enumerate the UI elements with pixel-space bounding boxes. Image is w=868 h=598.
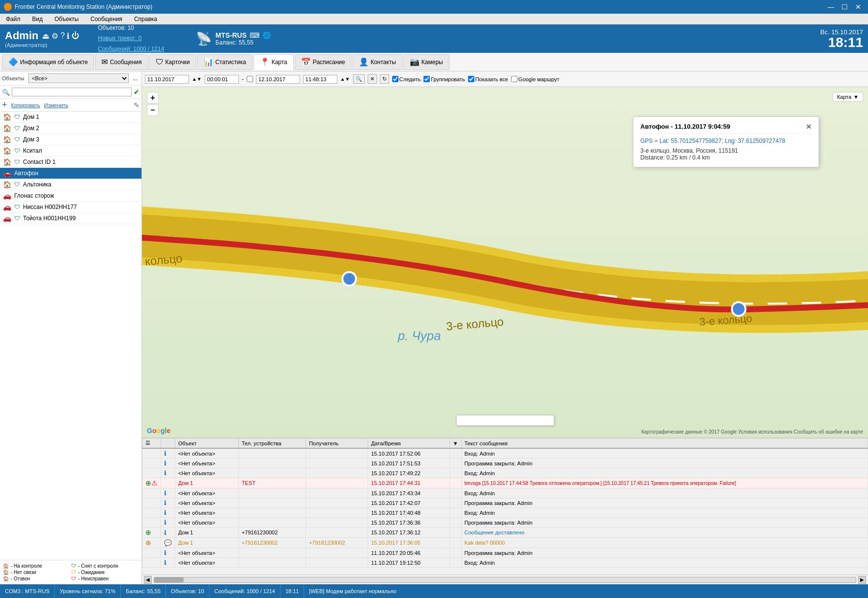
- map-type-selector[interactable]: Карта ▼: [833, 92, 863, 102]
- help-icon[interactable]: ?: [60, 31, 65, 41]
- th-text[interactable]: Текст сообщения: [461, 438, 868, 449]
- zoom-in-button[interactable]: +: [147, 92, 159, 104]
- msg-datetime: 15.10.2017 17:51:53: [368, 459, 450, 468]
- menu-help[interactable]: Справка: [131, 15, 160, 23]
- tab-stats[interactable]: 📊 Статистика: [197, 54, 253, 70]
- end-date-input[interactable]: [256, 75, 300, 84]
- tab-info-icon: 🔷: [8, 57, 18, 67]
- follow-checkbox-label[interactable]: Следить: [392, 76, 421, 82]
- map-refresh-button[interactable]: ↻: [380, 74, 389, 84]
- google-route-checkbox-label[interactable]: Google маршрут: [511, 76, 560, 82]
- show-all-checkbox[interactable]: [468, 76, 474, 82]
- copy-button[interactable]: Копировать: [11, 102, 40, 108]
- table-row[interactable]: ℹ <Нет объекта> 15.10.2017 17:52:06 Вход…: [142, 448, 868, 459]
- object-item[interactable]: 🏠 🛡 Альтоника: [0, 179, 141, 190]
- table-row-alarm[interactable]: ⊕⚠ Дом 1 TEST 15.10.2017 17:44:31 trevog…: [142, 478, 868, 488]
- group-checkbox[interactable]: [423, 76, 430, 82]
- start-time-input[interactable]: [205, 75, 239, 84]
- map-popup-close-button[interactable]: ✕: [806, 123, 812, 131]
- map-locate-button[interactable]: 🔍: [353, 74, 365, 84]
- object-item[interactable]: 🏠 🛡 Contact ID 1: [0, 157, 141, 168]
- obj-shield-icon: 🛡: [14, 204, 20, 210]
- th-sort-icon[interactable]: ▼: [449, 438, 461, 449]
- map-popup-title: Автофон - 11.10.2017 9:04:59 ✕: [640, 123, 812, 134]
- alarm-warning-icon: ⚠: [151, 479, 158, 487]
- table-row[interactable]: ℹ <Нет объекта> 15.10.2017 17:42:07 Прог…: [142, 498, 868, 508]
- object-item[interactable]: 🚗 🛡 Тойота Н001НН199: [0, 213, 141, 224]
- scroll-track[interactable]: [154, 577, 856, 583]
- th-settings[interactable]: ☰: [142, 438, 161, 449]
- zoom-out-button[interactable]: −: [147, 104, 159, 116]
- th-object[interactable]: Объект: [175, 438, 239, 449]
- stat-messages[interactable]: Сообщений: 1000 / 1214: [98, 46, 164, 52]
- table-row[interactable]: ℹ <Нет объекта> 15.10.2017 17:43:34 Вход…: [142, 488, 868, 498]
- svg-text:р. Чура: р. Чура: [398, 329, 441, 343]
- table-row[interactable]: ℹ <Нет объекта> 15.10.2017 17:40:48 Вход…: [142, 508, 868, 518]
- th-type[interactable]: [161, 438, 175, 449]
- map-area[interactable]: р. Чура 3-е кольцо 3-е кольцо 3-е кольцо…: [142, 87, 868, 437]
- search-confirm-icon[interactable]: ✔: [134, 88, 140, 96]
- end-time-input[interactable]: [303, 75, 337, 84]
- object-item[interactable]: 🏠 🛡 Кситал: [0, 145, 141, 157]
- filter-dots-button[interactable]: ...: [131, 74, 140, 83]
- add-object-button[interactable]: +: [2, 100, 7, 110]
- menu-file[interactable]: Файл: [3, 15, 23, 23]
- google-route-checkbox[interactable]: [511, 76, 517, 82]
- msg-icon-info: ℹ: [164, 559, 166, 566]
- menu-objects[interactable]: Объекты: [51, 15, 82, 23]
- stat-new-alarms[interactable]: Новых тревог: 0: [98, 35, 141, 42]
- th-datetime[interactable]: Дата/Время: [368, 438, 450, 449]
- close-button[interactable]: ✕: [852, 2, 864, 11]
- tab-map[interactable]: 📍 Карта: [254, 54, 294, 70]
- map-search-input[interactable]: [456, 415, 554, 426]
- map-track-button[interactable]: ✕: [368, 74, 377, 84]
- minimize-button[interactable]: —: [825, 2, 837, 11]
- tab-map-label: Карта: [272, 59, 287, 66]
- menu-messages[interactable]: Сообщения: [88, 15, 125, 23]
- show-all-checkbox-label[interactable]: Показать все: [468, 76, 508, 82]
- tab-cameras[interactable]: 📷 Камеры: [403, 54, 449, 70]
- maximize-button[interactable]: ☐: [839, 2, 850, 11]
- tab-contacts[interactable]: 👤 Контакты: [352, 54, 402, 70]
- power-icon[interactable]: ⏻: [71, 31, 79, 41]
- scroll-thumb[interactable]: [154, 577, 184, 582]
- table-row[interactable]: ℹ <Нет объекта> 11.10.2017 20:05:46 Прог…: [142, 548, 868, 558]
- object-item[interactable]: 🚗 Глонас сторож: [0, 190, 141, 202]
- tab-schedule-icon: 📅: [301, 57, 311, 67]
- modem-section: 📡 MTS-RUS ⌨ 🌐 Баланс: 55,55: [196, 31, 294, 46]
- search-input[interactable]: [12, 88, 132, 96]
- menu-view[interactable]: Вид: [29, 15, 46, 23]
- table-row[interactable]: ℹ <Нет объекта> 15.10.2017 17:51:53 Прог…: [142, 459, 868, 468]
- th-phone[interactable]: Тел. устройства: [238, 438, 306, 449]
- table-row[interactable]: ℹ <Нет объекта> 11.10.2017 19:12:50 Вход…: [142, 558, 868, 568]
- table-row[interactable]: ℹ <Нет объекта> 15.10.2017 17:36:36 Прог…: [142, 518, 868, 528]
- table-row-gold[interactable]: ⊕ 💬 Дом 1 +79161230002 +79161230002 15.1…: [142, 538, 868, 548]
- object-item[interactable]: 🏠 🛡 Дом 1: [0, 112, 141, 123]
- group-checkbox-label[interactable]: Группировать: [423, 76, 465, 82]
- edit-icon[interactable]: ✎: [134, 101, 140, 109]
- tab-cards[interactable]: 🛡 Карточки: [149, 54, 196, 70]
- filter-select[interactable]: <Все>: [28, 73, 129, 83]
- msg-phone: [238, 488, 306, 498]
- object-item[interactable]: 🏠 🛡 Дом 2: [0, 123, 141, 134]
- th-recipient[interactable]: Получатель: [306, 438, 368, 449]
- table-row[interactable]: ⊕ ℹ Дом 1 +79161230002 15.10.2017 17:36:…: [142, 528, 868, 538]
- tab-messages[interactable]: ✉ Сообщения: [95, 54, 148, 70]
- change-button[interactable]: Изменить: [44, 102, 69, 108]
- object-item-avofon[interactable]: 🚗 Автофон: [0, 168, 141, 179]
- follow-checkbox[interactable]: [392, 76, 399, 82]
- table-row[interactable]: ℹ <Нет объекта> 15.10.2017 17:49:22 Вход…: [142, 468, 868, 478]
- messages-table-wrap[interactable]: ☰ Объект Тел. устройства Получатель Дата…: [142, 438, 868, 575]
- object-item[interactable]: 🚗 🛡 Ниссан Н002НН177: [0, 202, 141, 213]
- tab-schedule[interactable]: 📅 Расписание: [295, 54, 352, 70]
- info-icon[interactable]: ℹ: [67, 31, 70, 41]
- object-item[interactable]: 🏠 🛡 Дом 3: [0, 134, 141, 145]
- settings-icon[interactable]: ⚙: [51, 31, 58, 41]
- start-date-input[interactable]: [145, 75, 189, 84]
- obj-name: Альтоника: [23, 181, 51, 188]
- scroll-right-button[interactable]: ▶: [858, 576, 866, 584]
- end-date-checkbox[interactable]: [247, 76, 253, 82]
- tab-info[interactable]: 🔷 Информация об объекте: [2, 54, 94, 70]
- user-export-icon[interactable]: ⏏: [42, 31, 49, 41]
- scroll-left-button[interactable]: ◀: [144, 576, 152, 584]
